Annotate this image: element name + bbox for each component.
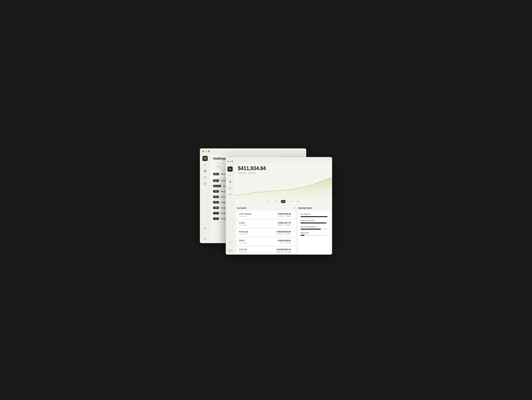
account-card-brokerage[interactable]: Brokerage 2 accounts CA$118,852.85 21,70… <box>237 229 296 237</box>
front-sidebar-icon-history[interactable] <box>228 192 233 197</box>
crypto-change: 3,062.21 +36.56% <box>277 224 291 226</box>
cash-savings-sub: 2 accounts <box>239 215 251 217</box>
account-card-rrsp[interactable]: RRSP 1 accounts CA$12,000.00 0.00 →0.00%… <box>237 238 296 246</box>
roth-change: 23,967.60 +21.66% <box>276 251 291 252</box>
front-maximize-btn[interactable] <box>232 161 233 162</box>
roth-name: Roth IRA <box>239 248 247 251</box>
front-titlebar-tl <box>226 159 234 164</box>
front-titlebar-spacer <box>234 157 332 162</box>
sidebar-icon-collapse[interactable] <box>203 236 208 241</box>
minimize-button[interactable] <box>205 150 207 152</box>
maximize-button[interactable] <box>208 150 210 152</box>
sidebar-icon-compass[interactable] <box>203 156 208 161</box>
goal-emergency-bar-bg <box>300 222 328 223</box>
front-sidebar-icon-settings[interactable] <box>228 240 233 246</box>
time-btn-1y[interactable]: 1Y <box>288 200 293 203</box>
front-collapse-btn[interactable] <box>228 249 233 252</box>
brokerage-name: Brokerage <box>239 230 248 233</box>
sidebar-icon-grid[interactable] <box>203 168 208 174</box>
window-front: $411,934.84 67,563.84 +19.62% <box>226 157 332 255</box>
portfolio-header: $411,934.84 67,563.84 +19.62% <box>234 162 332 176</box>
front-sidebar-icon-crypto[interactable] <box>228 185 233 191</box>
sidebar-icon-chart[interactable] <box>203 162 208 167</box>
compass-icon-front <box>229 168 231 170</box>
svg-marker-6 <box>204 176 206 178</box>
portfolio-chart <box>234 176 332 198</box>
vti-ticker: VTI <box>213 217 219 220</box>
front-sidebar-icon-chart[interactable] <box>228 173 233 178</box>
goal-emergency-bar-fill <box>300 222 326 223</box>
goal-car-bar-fill <box>300 216 328 217</box>
crypto-sub: 1 accounts <box>239 224 247 226</box>
sidebar-icon-history[interactable] <box>203 181 208 186</box>
goal-home-header: Home Downpayment <box>300 226 328 228</box>
goal-home-bar-bg <box>300 229 328 230</box>
svg-rect-14 <box>230 181 231 182</box>
time-btn-1m[interactable]: 1M <box>273 200 278 203</box>
goal-emergency: Emergency Fund ✓ <box>300 219 328 223</box>
crypto-chevron: ⌄ <box>292 223 294 225</box>
svg-rect-4 <box>204 171 205 172</box>
goal-car-check: ✓ <box>311 213 313 215</box>
account-card-cash[interactable]: Cash Savings 2 accounts CA$78,456.26 6,7… <box>237 211 296 219</box>
crypto-icon-front <box>229 187 231 189</box>
brokerage-change: 21,707.91 +22.35% <box>276 233 291 235</box>
portfolio-change-pct: +19.62% <box>248 172 255 174</box>
close-button[interactable] <box>202 150 204 152</box>
cash-chevron: ⌄ <box>292 214 294 216</box>
account-card-crypto[interactable]: Crypto 1 accounts CA$11,437.78 3,062.21 … <box>237 220 296 228</box>
svg-point-12 <box>230 169 230 169</box>
chart-svg <box>234 176 332 198</box>
svg-rect-2 <box>204 170 205 171</box>
rrsp-chevron: ⌄ <box>292 240 294 243</box>
portfolio-value: $411,934.84 <box>238 165 329 171</box>
crypto-name: Crypto <box>239 222 247 224</box>
bottom-panels: Accounts Cash Savings 2 accounts <box>234 204 332 255</box>
tsla-ticker: TSLA <box>213 196 219 198</box>
vfv-ticker: VFV <box>213 201 219 203</box>
front-sidebar-icon-grid[interactable] <box>228 179 233 184</box>
goal-emergency-name: Emergency Fund <box>300 219 314 222</box>
goal-home: Home Downpayment <box>300 226 328 230</box>
account-right-cash: CA$78,456.26 6,773.02 +9.45% ⌄ <box>278 213 294 217</box>
account-left-brokerage: Brokerage 2 accounts <box>239 230 248 235</box>
account-left-rrsp: RRSP 1 accounts <box>239 239 247 244</box>
goal-car-name: Car Payment <box>300 213 310 215</box>
history-icon-front <box>229 193 231 196</box>
time-btn-1w[interactable]: 1W <box>266 200 270 203</box>
goal-retirement: Retirement <box>300 232 328 236</box>
svg-point-19 <box>230 242 230 243</box>
sidebar-icon-settings[interactable] <box>203 226 208 231</box>
goal-car-bar-bg <box>300 216 328 217</box>
rrsp-sub: 1 accounts <box>239 242 247 244</box>
svg-rect-13 <box>229 181 230 182</box>
front-sidebar <box>226 157 234 255</box>
sidebar-icon-crypto[interactable] <box>203 175 208 180</box>
svg-marker-17 <box>229 187 231 189</box>
goal-car-header: Car Payment ✓ <box>300 213 328 215</box>
goal-retirement-bar-bg <box>300 235 328 236</box>
crypto-total: CA$11,437.78 <box>277 222 291 224</box>
crypto-values: CA$11,437.78 3,062.21 +36.56% <box>277 222 291 226</box>
msft-ticker: MSFT <box>213 173 219 175</box>
front-minimize-btn[interactable] <box>229 161 231 162</box>
svg-rect-16 <box>230 182 231 183</box>
chart-area-fill <box>234 177 332 198</box>
list-icon[interactable] <box>293 207 296 209</box>
goal-car-payment: Car Payment ✓ <box>300 213 328 217</box>
sidebar-back <box>200 154 210 243</box>
front-sidebar-icon-compass[interactable] <box>228 166 233 172</box>
goal-home-bar-fill <box>300 229 321 230</box>
svg-point-1 <box>205 158 205 159</box>
time-btn-all[interactable]: ALL <box>296 200 301 203</box>
front-close-btn[interactable] <box>227 161 229 162</box>
settings-icon-front <box>229 242 231 244</box>
goal-retirement-name: Retirement <box>300 232 309 234</box>
account-left-roth: Roth IRA 2 accounts <box>239 248 247 252</box>
roth-chevron: ⌄ <box>292 249 294 252</box>
time-btn-3m[interactable]: 3M <box>281 200 285 203</box>
svg-point-8 <box>205 228 205 229</box>
account-card-roth[interactable]: Roth IRA 2 accounts CA$134,607.34 23,967… <box>237 246 296 252</box>
rrsp-values: CA$12,000.00 0.00 →0.00% <box>278 239 291 244</box>
time-filters: 1W 1M 3M 1Y ALL <box>234 198 332 204</box>
